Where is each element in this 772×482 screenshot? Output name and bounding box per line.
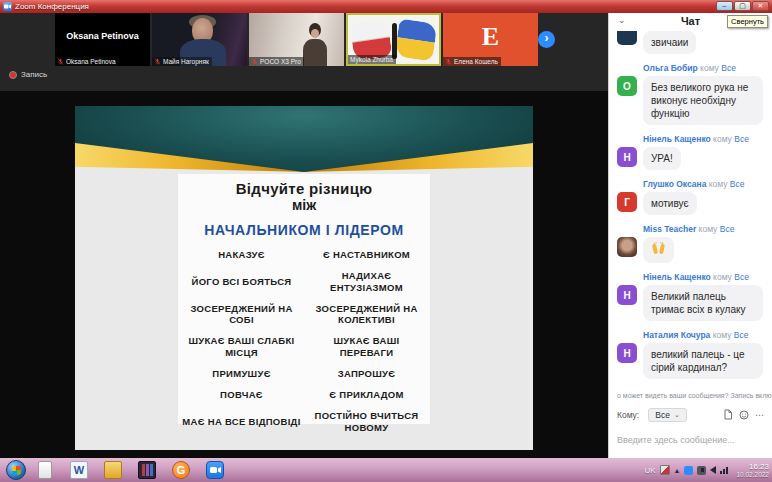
keyboard-layout-icon[interactable] bbox=[660, 465, 670, 475]
participant-tile-mykola-active[interactable]: Mykola Zhurba bbox=[346, 13, 441, 66]
start-button[interactable] bbox=[6, 460, 26, 480]
zoom-app-icon bbox=[3, 2, 12, 11]
to-word: кому bbox=[700, 63, 719, 73]
recipient-dropdown[interactable]: Все ⌄ bbox=[648, 408, 687, 422]
more-options-icon[interactable]: ⋯ bbox=[755, 410, 765, 420]
message-bubble bbox=[643, 237, 674, 263]
close-button[interactable]: ✕ bbox=[752, 1, 769, 11]
title-bar[interactable]: Zoom Конференция – ▢ ✕ bbox=[0, 0, 772, 13]
recording-label: Запись bbox=[21, 70, 47, 79]
to-target: Все bbox=[721, 63, 736, 73]
taskbar-word-icon[interactable]: W bbox=[70, 461, 88, 479]
next-participants-button[interactable]: › bbox=[538, 31, 555, 48]
taskbar-folder-icon[interactable] bbox=[104, 461, 122, 479]
leader-item: Є ПРИКЛАДОМ bbox=[307, 389, 426, 401]
chat-input-row bbox=[617, 429, 764, 447]
avatar: Н bbox=[617, 343, 637, 363]
speaker-icon[interactable] bbox=[710, 466, 716, 474]
participant-tile-oksana[interactable]: Oksana Petinova Oksana Petinova bbox=[55, 13, 150, 66]
to-target: Все bbox=[734, 330, 749, 340]
attach-file-icon[interactable] bbox=[723, 409, 733, 420]
tray-date: 10.02.2022 bbox=[736, 471, 769, 478]
to-label: Кому: bbox=[617, 410, 639, 420]
to-target: Все bbox=[720, 224, 735, 234]
avatar bbox=[617, 31, 637, 45]
participant-tile-elena[interactable]: E Елена Кошель bbox=[443, 13, 538, 66]
taskbar-zoom-icon[interactable] bbox=[206, 461, 224, 479]
avatar: Н bbox=[617, 147, 637, 167]
chat-message-input[interactable] bbox=[617, 435, 764, 445]
sender-name: Наталия Кочура bbox=[643, 330, 710, 340]
to-word: кому bbox=[699, 224, 718, 234]
recipient-value: Все bbox=[655, 410, 670, 420]
sender-name: Dmytro Marieiev bbox=[643, 388, 709, 389]
message-bubble: УРА! bbox=[643, 147, 681, 170]
tray-clock[interactable]: 16:23 10.02.2022 bbox=[736, 462, 769, 479]
tray-time: 16:23 bbox=[736, 462, 769, 471]
participant-label: Майя Нагорняк bbox=[163, 58, 209, 65]
emoji-icon[interactable] bbox=[739, 410, 749, 420]
taskbar-winrar-icon[interactable] bbox=[138, 461, 156, 479]
taskbar-document-icon[interactable] bbox=[38, 461, 52, 479]
avatar: Г bbox=[617, 192, 637, 212]
maximize-button[interactable]: ▢ bbox=[734, 1, 751, 11]
participant-label: POCO X3 Pro bbox=[260, 58, 301, 65]
chat-message: Dmytro Marieiev кому Все Курок спускає в… bbox=[617, 388, 764, 389]
chat-privacy-notice: о может видеть ваши сообщения? Запись вк… bbox=[609, 391, 772, 399]
system-tray: UK ▲ 16:23 10.02.2022 bbox=[644, 458, 769, 482]
chat-message: звичаии bbox=[617, 31, 764, 54]
chat-panel: ⌄ Чат звичаии Ольга Бобир кому Все О Без… bbox=[608, 13, 772, 458]
boss-item: ШУКАЄ ВАШІ СЛАБКІ МІСЦЯ bbox=[182, 335, 301, 359]
chat-message: Ольга Бобир кому Все О Без великого рука… bbox=[617, 63, 764, 125]
muted-mic-icon bbox=[251, 58, 258, 65]
chevron-down-icon[interactable]: ⌄ bbox=[618, 15, 626, 25]
chat-message: Miss Teacher кому Все bbox=[617, 224, 764, 263]
participant-tile-maya[interactable]: Майя Нагорняк bbox=[152, 13, 247, 66]
to-word: кому bbox=[713, 134, 732, 144]
chevron-down-icon: ⌄ bbox=[674, 411, 680, 419]
boss-item: ЗОСЕРЕДЖЕНИЙ НА СОБІ bbox=[182, 303, 301, 327]
sender-name: Нінель Кащенко bbox=[643, 134, 711, 144]
screen-share-stage: Відчуйте різницю між НАЧАЛЬНИКОМ І ЛІДЕР… bbox=[0, 91, 608, 458]
to-word: кому bbox=[713, 272, 732, 282]
sender-name: Нінель Кащенко bbox=[643, 272, 711, 282]
to-target: Все bbox=[734, 272, 749, 282]
to-target: Все bbox=[733, 388, 748, 389]
to-word: кому bbox=[713, 330, 732, 340]
participant-label: Oksana Petinova bbox=[66, 58, 116, 65]
avatar-photo bbox=[617, 237, 637, 257]
tray-zoom-icon[interactable] bbox=[684, 466, 693, 475]
windows-logo-icon bbox=[12, 465, 21, 475]
message-bubble: звичаии bbox=[643, 31, 696, 54]
recording-indicator: Запись bbox=[9, 70, 47, 79]
boss-item: НАКАЗУЄ bbox=[182, 249, 301, 261]
taskbar-g-app-icon[interactable]: G bbox=[172, 461, 190, 479]
avatar: Н bbox=[617, 285, 637, 305]
avatar: О bbox=[617, 76, 637, 96]
leader-item: ЗАПРОШУЄ bbox=[307, 368, 426, 380]
chat-recipient-row: Кому: Все ⌄ ⋯ bbox=[617, 406, 765, 423]
sender-name: Глушко Оксана bbox=[643, 179, 706, 189]
chat-message: Нінель Кащенко кому Все Н УРА! bbox=[617, 134, 764, 170]
raised-hands-emoji bbox=[651, 242, 666, 255]
to-target: Все bbox=[734, 134, 749, 144]
slide-title-line1: Відчуйте різницю bbox=[182, 181, 426, 198]
presentation-slide: Відчуйте різницю між НАЧАЛЬНИКОМ І ЛІДЕР… bbox=[75, 106, 533, 450]
minimize-button[interactable]: – bbox=[716, 1, 733, 11]
privacy-notice-text: о может видеть ваши сообщения? Запись вк… bbox=[617, 392, 772, 399]
recording-dot-icon bbox=[9, 71, 17, 79]
sender-name: Ольга Бобир bbox=[643, 63, 698, 73]
boss-item: МАЄ НА ВСЕ ВІДПОВІДІ bbox=[182, 410, 301, 434]
slide-comparison-grid: НАКАЗУЄ Є НАСТАВНИКОМ ЙОГО ВСІ БОЯТЬСЯ Н… bbox=[182, 249, 426, 434]
camera-icon bbox=[210, 466, 221, 474]
network-icon[interactable] bbox=[720, 467, 728, 474]
show-hidden-icons[interactable]: ▲ bbox=[674, 467, 681, 474]
muted-mic-icon bbox=[445, 58, 452, 65]
muted-mic-icon bbox=[57, 58, 64, 65]
participant-tile-poco[interactable]: POCO X3 Pro bbox=[249, 13, 344, 66]
chat-message-list[interactable]: звичаии Ольга Бобир кому Все О Без велик… bbox=[609, 31, 772, 389]
message-bubble: мотивує bbox=[643, 192, 697, 215]
slide-content-panel: Відчуйте різницю між НАЧАЛЬНИКОМ І ЛІДЕР… bbox=[178, 174, 430, 424]
language-indicator[interactable]: UK bbox=[644, 466, 655, 475]
chat-message: Глушко Оксана кому Все Г мотивує bbox=[617, 179, 764, 215]
